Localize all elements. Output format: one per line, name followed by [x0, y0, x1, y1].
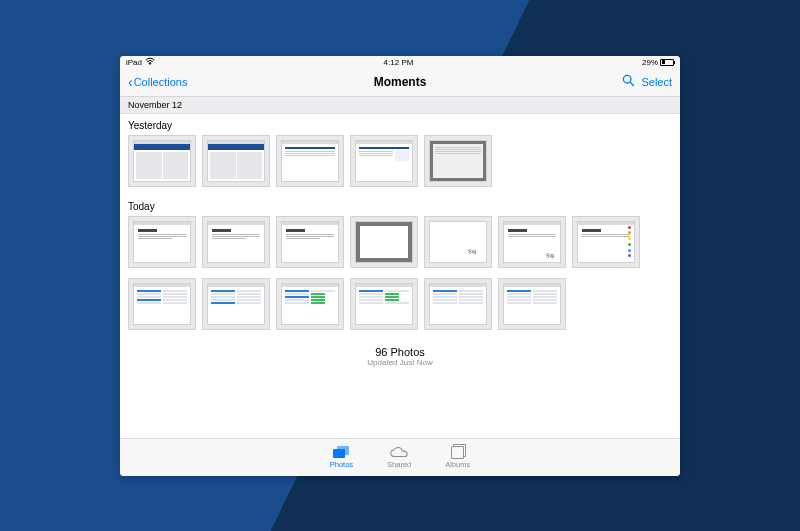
device-label: iPad — [126, 58, 142, 67]
photo-count: 96 Photos — [120, 346, 680, 358]
battery-pct: 29% — [642, 58, 658, 67]
select-button[interactable]: Select — [641, 76, 672, 88]
content-area[interactable]: November 12 Yesterday Today Sig Sig — [120, 97, 680, 438]
photo-thumb[interactable] — [498, 278, 566, 330]
chevron-left-icon: ‹ — [128, 75, 133, 89]
library-count: 96 Photos Updated Just Now — [120, 338, 680, 379]
photo-thumb[interactable] — [128, 135, 196, 187]
photo-thumb[interactable] — [202, 278, 270, 330]
photo-thumb[interactable] — [350, 216, 418, 268]
photo-thumb[interactable] — [202, 216, 270, 268]
search-icon — [622, 76, 635, 90]
photo-thumb[interactable] — [276, 135, 344, 187]
status-time: 4:12 PM — [155, 58, 642, 67]
ipad-window: iPad 4:12 PM 29% ‹ Collections Moments — [120, 56, 680, 476]
photo-thumb[interactable] — [424, 135, 492, 187]
back-label: Collections — [134, 76, 188, 88]
group-label-yesterday: Yesterday — [120, 114, 680, 133]
albums-icon — [449, 445, 467, 459]
thumb-row-today-2 — [120, 276, 680, 338]
photo-thumb[interactable] — [202, 135, 270, 187]
nav-bar: ‹ Collections Moments Select — [120, 69, 680, 97]
wifi-icon — [145, 57, 155, 67]
photo-thumb[interactable] — [424, 278, 492, 330]
tab-bar: Photos Shared Albums — [120, 438, 680, 476]
tab-photos[interactable]: Photos — [330, 445, 353, 469]
svg-line-2 — [631, 82, 634, 85]
photo-thumb[interactable] — [276, 216, 344, 268]
date-section-header: November 12 — [120, 97, 680, 114]
photo-thumb[interactable]: Sig — [498, 216, 566, 268]
photo-thumb[interactable] — [276, 278, 344, 330]
photos-icon — [332, 445, 350, 459]
photo-thumb[interactable]: Sig — [424, 216, 492, 268]
status-bar: iPad 4:12 PM 29% — [120, 56, 680, 69]
group-label-today: Today — [120, 195, 680, 214]
photo-thumb[interactable] — [128, 216, 196, 268]
cloud-icon — [390, 445, 408, 459]
photo-thumb[interactable] — [572, 216, 640, 268]
svg-point-0 — [149, 63, 151, 65]
search-button[interactable] — [622, 74, 635, 90]
thumb-row-yesterday — [120, 133, 680, 195]
photo-thumb[interactable] — [350, 278, 418, 330]
tab-shared[interactable]: Shared — [387, 445, 411, 469]
thumb-row-today-1: Sig Sig — [120, 214, 680, 276]
battery-icon — [660, 59, 674, 66]
back-button[interactable]: ‹ Collections — [128, 75, 187, 89]
updated-label: Updated Just Now — [120, 358, 680, 367]
page-background: iPad 4:12 PM 29% ‹ Collections Moments — [0, 0, 800, 531]
photo-thumb[interactable] — [350, 135, 418, 187]
tab-albums[interactable]: Albums — [445, 445, 470, 469]
photo-thumb[interactable] — [128, 278, 196, 330]
